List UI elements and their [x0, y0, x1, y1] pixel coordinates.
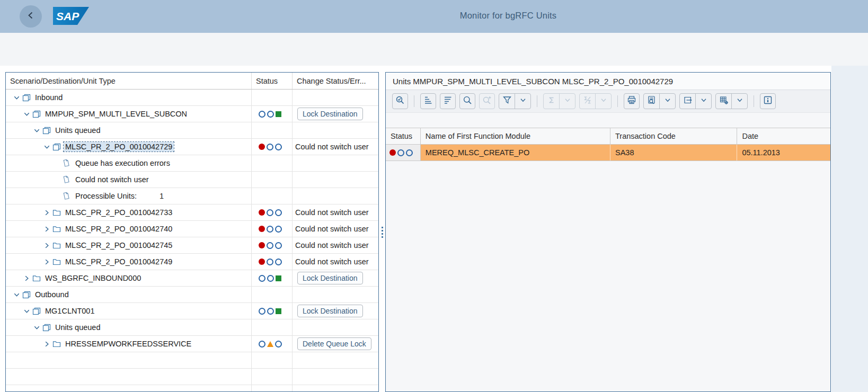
- chevron-right-icon[interactable]: [43, 242, 51, 249]
- chevron-down-icon[interactable]: [33, 127, 41, 134]
- tree-item-label[interactable]: MLSC_PR_2_PO_0010042740: [64, 224, 174, 234]
- red-circle-icon: [259, 144, 265, 150]
- folder-icon: [52, 242, 62, 250]
- tree-row[interactable]: MLSC_PR_2_PO_0010042729Could not switch …: [6, 139, 378, 155]
- status-ok-icon: [259, 275, 281, 282]
- column-header-transaction-code[interactable]: Transaction Code: [610, 128, 737, 144]
- export-button[interactable]: [680, 94, 695, 109]
- info-icon: [763, 95, 773, 107]
- svg-text:SAP: SAP: [56, 10, 79, 22]
- sort-descending-button[interactable]: [440, 93, 456, 109]
- chevron-down-icon: [599, 96, 608, 106]
- tree-row[interactable]: Units queued: [6, 122, 378, 139]
- tree-item-label[interactable]: Units queued: [54, 126, 102, 135]
- sum-split-button: [543, 93, 575, 109]
- green-square-icon: [276, 111, 281, 117]
- shell-header: SAP Monitor for bgRFC Units: [0, 0, 868, 33]
- change-status-cell: [293, 352, 378, 368]
- tree-row[interactable]: MLSC_PR_2_PO_0010042749Could not switch …: [6, 254, 378, 270]
- tree-item-label[interactable]: Outbound: [33, 290, 70, 299]
- chevron-down-icon[interactable]: [23, 308, 31, 315]
- error-text: Could not switch user: [295, 241, 369, 250]
- tree-name-cell: MLSC_PR_2_PO_0010042740: [6, 221, 252, 237]
- units-table-row[interactable]: MEREQ_MLSC_CREATE_POSA3805.11.2013: [386, 145, 830, 161]
- status-error-icon: [259, 209, 282, 216]
- column-header-change-status[interactable]: Change Status/Err...: [293, 73, 378, 89]
- chevron-down-icon[interactable]: [13, 291, 21, 298]
- tree-item-label[interactable]: MLSC_PR_2_PO_0010042749: [64, 257, 174, 266]
- splitter-grip-icon: [382, 236, 383, 238]
- tree-row[interactable]: MMPUR_SPM_MULTI_LEVEL_SUBCONLock Destina…: [6, 106, 378, 122]
- error-text: Could not switch user: [295, 225, 369, 233]
- circle-icon: [259, 308, 265, 315]
- toolbar-separator: [754, 95, 754, 107]
- tree-item-label[interactable]: MLSC_PR_2_PO_0010042733: [64, 208, 174, 217]
- panel-splitter[interactable]: [379, 72, 385, 392]
- tree-row[interactable]: Outbound: [6, 287, 378, 303]
- chevron-down-icon[interactable]: [33, 324, 41, 331]
- filter-button[interactable]: [499, 94, 515, 109]
- table-settings-split-button: [715, 93, 748, 109]
- tree-item-label[interactable]: MG1CLNT001: [43, 306, 96, 316]
- status-cell: [252, 336, 293, 352]
- tree-row[interactable]: Units queued: [6, 319, 378, 336]
- tree-row[interactable]: MLSC_PR_2_PO_0010042740Could not switch …: [6, 221, 378, 237]
- table-settings-menu-button[interactable]: [731, 94, 747, 109]
- lock-destination-button[interactable]: Lock Destination: [297, 108, 363, 120]
- sort-ascending-button[interactable]: [420, 93, 436, 109]
- subtotals-button: [580, 94, 595, 109]
- column-header-status[interactable]: Status: [386, 128, 421, 144]
- tree-item-label[interactable]: Could not switch user: [74, 175, 150, 184]
- tree-row[interactable]: Could not switch user: [6, 172, 378, 188]
- lock-destination-button[interactable]: Lock Destination: [297, 272, 363, 284]
- tree-row[interactable]: MLSC_PR_2_PO_0010042745Could not switch …: [6, 237, 378, 254]
- tree-item-label[interactable]: WS_BGRFC_INBOUND000: [43, 273, 143, 283]
- column-header-scenario[interactable]: Scenario/Destination/Unit Type: [6, 73, 252, 89]
- chevron-right-icon[interactable]: [43, 259, 51, 265]
- tree-item-label[interactable]: MLSC_PR_2_PO_0010042745: [64, 240, 174, 250]
- views-button[interactable]: [644, 94, 659, 109]
- folder-icon: [52, 340, 62, 348]
- info-button[interactable]: [760, 93, 776, 109]
- tree-item-label[interactable]: Inbound: [33, 93, 64, 102]
- tree-row[interactable]: Queue has execution errors: [6, 155, 378, 172]
- folder-icon: [32, 274, 42, 282]
- tree-item-label[interactable]: Queue has execution errors: [74, 158, 172, 168]
- lock-destination-button[interactable]: Lock Destination: [297, 305, 363, 317]
- chevron-down-icon[interactable]: [23, 111, 31, 118]
- delete-queue-lock-button[interactable]: Delete Queue Lock: [297, 337, 371, 350]
- details-button[interactable]: [392, 93, 408, 109]
- document-icon: [63, 192, 72, 200]
- tree-row[interactable]: MLSC_PR_2_PO_0010042733Could not switch …: [6, 204, 378, 221]
- tree-row[interactable]: Inbound: [6, 90, 378, 106]
- back-button[interactable]: [20, 5, 42, 28]
- tree-row[interactable]: Processible Units:1: [6, 188, 378, 204]
- print-button[interactable]: [624, 93, 640, 109]
- find-button[interactable]: [459, 93, 475, 109]
- chevron-right-icon[interactable]: [43, 226, 51, 233]
- column-header-name-of-first-function-module[interactable]: Name of First Function Module: [421, 128, 610, 144]
- tree-row[interactable]: HRESSEMPWORKFEEDSSERVICEDelete Queue Loc…: [6, 336, 378, 352]
- chevron-right-icon[interactable]: [43, 209, 51, 216]
- filter-menu-button[interactable]: [515, 94, 530, 109]
- tree-item-label[interactable]: Units queued: [54, 323, 102, 332]
- chevron-right-icon[interactable]: [43, 341, 51, 348]
- chevron-down-icon[interactable]: [13, 94, 21, 101]
- tree-item-label[interactable]: HRESSEMPWORKFEEDSSERVICE: [64, 339, 193, 349]
- tree-name-cell: Inbound: [6, 90, 252, 105]
- chevron-right-icon[interactable]: [23, 275, 31, 282]
- chevron-down-icon[interactable]: [43, 144, 51, 150]
- table-settings-button[interactable]: [716, 94, 731, 109]
- tree-item-label[interactable]: MLSC_PR_2_PO_0010042729: [64, 142, 174, 152]
- tree-row[interactable]: MG1CLNT001Lock Destination: [6, 303, 378, 319]
- tree-row[interactable]: WS_BGRFC_INBOUND000Lock Destination: [6, 270, 378, 287]
- circle-icon: [275, 259, 282, 265]
- splitter-grip-icon: [382, 230, 383, 231]
- tree-item-label[interactable]: Processible Units:: [74, 191, 138, 201]
- export-menu-button[interactable]: [695, 94, 711, 109]
- column-header-date[interactable]: Date: [737, 128, 830, 144]
- tree-name-cell: Processible Units:1: [6, 188, 252, 204]
- column-header-status[interactable]: Status: [252, 73, 293, 89]
- tree-item-label[interactable]: MMPUR_SPM_MULTI_LEVEL_SUBCON: [43, 109, 189, 119]
- views-menu-button[interactable]: [659, 94, 675, 109]
